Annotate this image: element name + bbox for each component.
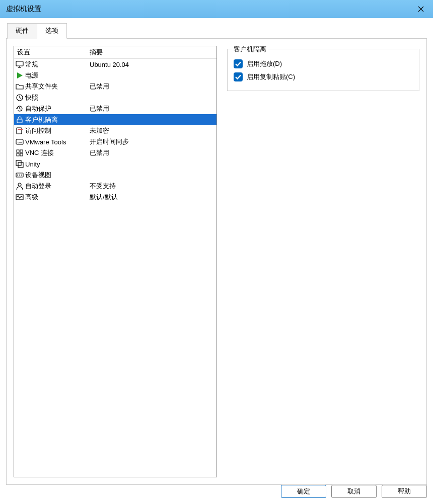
check-icon (235, 74, 241, 79)
checkbox-row-copypaste[interactable]: 启用复制粘贴(C) (234, 70, 413, 83)
list-item-name: 高级 (25, 193, 90, 202)
checkbox-dragdrop-label: 启用拖放(D) (247, 59, 282, 68)
list-item-name: 共享文件夹 (25, 82, 90, 91)
list-item-summary: 已禁用 (90, 148, 216, 157)
cancel-button[interactable]: 取消 (331, 485, 377, 498)
list-item[interactable]: 高级默认/默认 (14, 192, 216, 203)
list-item[interactable]: 共享文件夹已禁用 (14, 81, 216, 92)
list-item-summary: 不受支持 (90, 182, 216, 191)
list-item[interactable]: VNC 连接已禁用 (14, 147, 216, 158)
monitor-icon (14, 60, 25, 68)
list-item-name: 设备视图 (25, 171, 90, 180)
list-item-name: 访问控制 (25, 126, 90, 135)
list-item[interactable]: 快照 (14, 92, 216, 103)
list-item-name: 常规 (25, 60, 90, 69)
titlebar: 虚拟机设置 (0, 0, 433, 18)
list-item-summary: 已禁用 (90, 82, 216, 91)
list-item-summary: Ubuntu 20.04 (90, 61, 216, 68)
checkbox-copypaste[interactable] (234, 72, 243, 81)
list-item-summary: 已禁用 (90, 104, 216, 113)
user-icon (14, 182, 25, 190)
dialog-body: 硬件 选项 设置 摘要 常规Ubuntu 20.04电源共享文件夹已禁用快照自动… (0, 18, 433, 481)
guest-isolation-group: 客户机隔离 启用拖放(D) 启用复制粘贴(C) (227, 49, 419, 91)
list-item-summary: 开启时间同步 (90, 137, 216, 146)
list-item-name: 快照 (25, 93, 90, 102)
close-button[interactable] (409, 0, 433, 18)
windows-icon (14, 160, 25, 168)
list-item[interactable]: 自动保护已禁用 (14, 103, 216, 114)
grid-icon (14, 149, 25, 157)
list-item-summary: 未加密 (90, 126, 216, 135)
list-item-name: VNC 连接 (25, 148, 90, 157)
list-item-summary: 默认/默认 (90, 193, 216, 202)
list-item-name: 客户机隔离 (25, 115, 90, 124)
list-item[interactable]: 常规Ubuntu 20.04 (14, 59, 216, 70)
group-title: 客户机隔离 (232, 45, 268, 54)
dev-icon (14, 171, 25, 179)
list-header: 设置 摘要 (14, 46, 216, 59)
footer: 确定 取消 帮助 (0, 481, 433, 503)
list-item[interactable]: 电源 (14, 70, 216, 81)
window-title: 虚拟机设置 (6, 5, 41, 14)
checkbox-dragdrop[interactable] (234, 59, 243, 68)
list-item-name: VMware Tools (25, 138, 90, 146)
check-icon (235, 61, 241, 66)
close-icon (418, 6, 424, 12)
checkbox-row-dragdrop[interactable]: 启用拖放(D) (234, 57, 413, 70)
shield-icon (14, 127, 25, 135)
vmw-icon (14, 138, 25, 146)
play-icon (14, 71, 25, 79)
tab-hardware[interactable]: 硬件 (7, 23, 37, 39)
lock-icon (14, 116, 25, 124)
settings-list: 常规Ubuntu 20.04电源共享文件夹已禁用快照自动保护已禁用客户机隔离访问… (14, 59, 216, 203)
list-item-name: 电源 (25, 71, 90, 80)
ok-button[interactable]: 确定 (281, 485, 326, 498)
header-summary[interactable]: 摘要 (90, 48, 216, 57)
list-item[interactable]: 访问控制未加密 (14, 125, 216, 136)
list-item[interactable]: 客户机隔离 (14, 114, 216, 125)
checkbox-copypaste-label: 启用复制粘贴(C) (247, 72, 295, 81)
clock-icon (14, 94, 25, 102)
help-button[interactable]: 帮助 (382, 485, 427, 498)
detail-panel: 客户机隔离 启用拖放(D) 启用复制粘贴(C) (227, 46, 419, 477)
list-item[interactable]: Unity (14, 158, 216, 170)
list-item-name: 自动保护 (25, 104, 90, 113)
folder-icon (14, 82, 25, 91)
wave-icon (14, 193, 25, 201)
content: 设置 摘要 常规Ubuntu 20.04电源共享文件夹已禁用快照自动保护已禁用客… (6, 38, 427, 485)
list-item-name: 自动登录 (25, 182, 90, 191)
history-icon (14, 105, 25, 113)
list-item[interactable]: 设备视图 (14, 170, 216, 181)
list-item-name: Unity (25, 160, 90, 168)
settings-list-panel: 设置 摘要 常规Ubuntu 20.04电源共享文件夹已禁用快照自动保护已禁用客… (14, 46, 217, 477)
list-item[interactable]: VMware Tools开启时间同步 (14, 136, 216, 147)
tabs: 硬件 选项 (7, 23, 427, 39)
list-item[interactable]: 自动登录不受支持 (14, 181, 216, 192)
header-setting[interactable]: 设置 (14, 48, 90, 57)
tab-options[interactable]: 选项 (37, 23, 67, 39)
